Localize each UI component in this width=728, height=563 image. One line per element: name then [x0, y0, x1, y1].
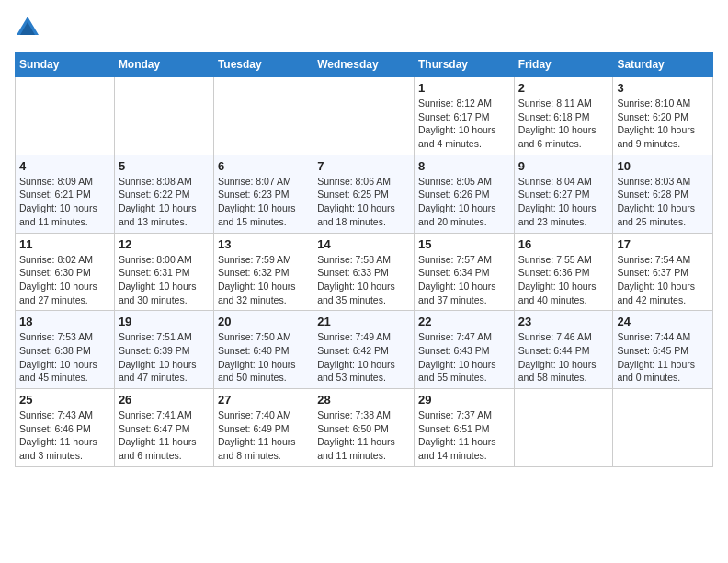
day-cell: 26Sunrise: 7:41 AM Sunset: 6:47 PM Dayli… [114, 389, 213, 467]
day-info: Sunrise: 7:53 AM Sunset: 6:38 PM Dayligh… [19, 330, 110, 385]
day-cell [313, 77, 415, 155]
day-info: Sunrise: 7:40 AM Sunset: 6:49 PM Dayligh… [218, 408, 309, 463]
week-row-5: 25Sunrise: 7:43 AM Sunset: 6:46 PM Dayli… [16, 389, 713, 467]
day-number: 4 [19, 159, 110, 173]
day-cell [114, 77, 213, 155]
day-cell: 20Sunrise: 7:50 AM Sunset: 6:40 PM Dayli… [213, 311, 313, 389]
day-number: 24 [617, 315, 709, 328]
day-cell: 29Sunrise: 7:37 AM Sunset: 6:51 PM Dayli… [414, 389, 514, 467]
day-number: 6 [218, 159, 309, 173]
day-cell: 28Sunrise: 7:38 AM Sunset: 6:50 PM Dayli… [313, 389, 415, 467]
day-number: 19 [119, 315, 210, 328]
day-cell: 27Sunrise: 7:40 AM Sunset: 6:49 PM Dayli… [213, 389, 313, 467]
day-number: 26 [119, 393, 210, 407]
day-cell: 15Sunrise: 7:57 AM Sunset: 6:34 PM Dayli… [414, 233, 514, 311]
logo [15, 15, 44, 40]
day-number: 10 [617, 159, 709, 173]
day-info: Sunrise: 7:47 AM Sunset: 6:43 PM Dayligh… [418, 330, 510, 385]
day-info: Sunrise: 7:55 AM Sunset: 6:36 PM Dayligh… [518, 253, 609, 307]
day-cell: 9Sunrise: 8:04 AM Sunset: 6:27 PM Daylig… [514, 155, 613, 233]
day-number: 29 [418, 393, 510, 407]
day-cell: 19Sunrise: 7:51 AM Sunset: 6:39 PM Dayli… [114, 311, 213, 389]
day-number: 2 [518, 81, 609, 95]
day-number: 5 [119, 159, 210, 173]
day-number: 8 [418, 159, 510, 173]
day-info: Sunrise: 7:54 AM Sunset: 6:37 PM Dayligh… [617, 253, 709, 307]
day-cell [514, 389, 613, 467]
header-thursday: Thursday [414, 52, 514, 77]
day-cell: 13Sunrise: 7:59 AM Sunset: 6:32 PM Dayli… [213, 233, 313, 311]
day-info: Sunrise: 8:03 AM Sunset: 6:28 PM Dayligh… [617, 175, 709, 229]
day-number: 12 [119, 237, 210, 251]
day-number: 28 [317, 393, 410, 407]
day-number: 14 [317, 237, 410, 251]
week-row-4: 18Sunrise: 7:53 AM Sunset: 6:38 PM Dayli… [16, 311, 713, 389]
day-cell: 24Sunrise: 7:44 AM Sunset: 6:45 PM Dayli… [613, 311, 713, 389]
page-header [15, 15, 713, 40]
day-cell [16, 77, 115, 155]
day-info: Sunrise: 7:51 AM Sunset: 6:39 PM Dayligh… [119, 330, 210, 385]
day-cell: 6Sunrise: 8:07 AM Sunset: 6:23 PM Daylig… [213, 155, 313, 233]
day-info: Sunrise: 7:59 AM Sunset: 6:32 PM Dayligh… [218, 253, 309, 307]
day-info: Sunrise: 8:00 AM Sunset: 6:31 PM Dayligh… [119, 253, 210, 307]
day-cell: 16Sunrise: 7:55 AM Sunset: 6:36 PM Dayli… [514, 233, 613, 311]
week-row-2: 4Sunrise: 8:09 AM Sunset: 6:21 PM Daylig… [16, 155, 713, 233]
day-info: Sunrise: 8:11 AM Sunset: 6:18 PM Dayligh… [518, 97, 609, 151]
day-info: Sunrise: 7:41 AM Sunset: 6:47 PM Dayligh… [119, 408, 210, 463]
day-info: Sunrise: 8:09 AM Sunset: 6:21 PM Dayligh… [19, 175, 110, 229]
day-cell: 2Sunrise: 8:11 AM Sunset: 6:18 PM Daylig… [514, 77, 613, 155]
day-cell: 21Sunrise: 7:49 AM Sunset: 6:42 PM Dayli… [313, 311, 415, 389]
day-cell: 7Sunrise: 8:06 AM Sunset: 6:25 PM Daylig… [313, 155, 415, 233]
day-cell: 18Sunrise: 7:53 AM Sunset: 6:38 PM Dayli… [16, 311, 115, 389]
day-cell: 23Sunrise: 7:46 AM Sunset: 6:44 PM Dayli… [514, 311, 613, 389]
day-info: Sunrise: 7:37 AM Sunset: 6:51 PM Dayligh… [418, 408, 510, 463]
day-number: 22 [418, 315, 510, 328]
day-number: 3 [617, 81, 709, 95]
calendar-header-row: SundayMondayTuesdayWednesdayThursdayFrid… [16, 52, 713, 77]
day-number: 9 [518, 159, 609, 173]
day-info: Sunrise: 7:44 AM Sunset: 6:45 PM Dayligh… [617, 330, 709, 385]
day-cell [213, 77, 313, 155]
day-number: 11 [19, 237, 110, 251]
header-monday: Monday [114, 52, 213, 77]
day-number: 23 [518, 315, 609, 328]
day-cell: 22Sunrise: 7:47 AM Sunset: 6:43 PM Dayli… [414, 311, 514, 389]
week-row-3: 11Sunrise: 8:02 AM Sunset: 6:30 PM Dayli… [16, 233, 713, 311]
day-number: 18 [19, 315, 110, 328]
day-number: 7 [317, 159, 410, 173]
day-cell: 8Sunrise: 8:05 AM Sunset: 6:26 PM Daylig… [414, 155, 514, 233]
day-cell: 12Sunrise: 8:00 AM Sunset: 6:31 PM Dayli… [114, 233, 213, 311]
day-number: 25 [19, 393, 110, 407]
day-info: Sunrise: 7:58 AM Sunset: 6:33 PM Dayligh… [317, 253, 410, 307]
day-cell: 5Sunrise: 8:08 AM Sunset: 6:22 PM Daylig… [114, 155, 213, 233]
day-info: Sunrise: 7:43 AM Sunset: 6:46 PM Dayligh… [19, 408, 110, 463]
day-number: 15 [418, 237, 510, 251]
day-info: Sunrise: 7:50 AM Sunset: 6:40 PM Dayligh… [218, 330, 309, 385]
day-cell [613, 389, 713, 467]
header-friday: Friday [514, 52, 613, 77]
day-info: Sunrise: 7:57 AM Sunset: 6:34 PM Dayligh… [418, 253, 510, 307]
week-row-1: 1Sunrise: 8:12 AM Sunset: 6:17 PM Daylig… [16, 77, 713, 155]
day-cell: 4Sunrise: 8:09 AM Sunset: 6:21 PM Daylig… [16, 155, 115, 233]
header-saturday: Saturday [613, 52, 713, 77]
day-cell: 14Sunrise: 7:58 AM Sunset: 6:33 PM Dayli… [313, 233, 415, 311]
day-info: Sunrise: 8:02 AM Sunset: 6:30 PM Dayligh… [19, 253, 110, 307]
day-number: 27 [218, 393, 309, 407]
day-info: Sunrise: 8:06 AM Sunset: 6:25 PM Dayligh… [317, 175, 410, 229]
day-info: Sunrise: 7:49 AM Sunset: 6:42 PM Dayligh… [317, 330, 410, 385]
day-info: Sunrise: 8:08 AM Sunset: 6:22 PM Dayligh… [119, 175, 210, 229]
day-info: Sunrise: 8:05 AM Sunset: 6:26 PM Dayligh… [418, 175, 510, 229]
logo-icon [15, 15, 40, 40]
day-number: 13 [218, 237, 309, 251]
day-cell: 10Sunrise: 8:03 AM Sunset: 6:28 PM Dayli… [613, 155, 713, 233]
day-number: 20 [218, 315, 309, 328]
day-info: Sunrise: 7:46 AM Sunset: 6:44 PM Dayligh… [518, 330, 609, 385]
day-number: 1 [418, 81, 510, 95]
day-number: 17 [617, 237, 709, 251]
day-number: 21 [317, 315, 410, 328]
header-wednesday: Wednesday [313, 52, 415, 77]
header-sunday: Sunday [16, 52, 115, 77]
day-number: 16 [518, 237, 609, 251]
day-cell: 3Sunrise: 8:10 AM Sunset: 6:20 PM Daylig… [613, 77, 713, 155]
day-info: Sunrise: 8:07 AM Sunset: 6:23 PM Dayligh… [218, 175, 309, 229]
